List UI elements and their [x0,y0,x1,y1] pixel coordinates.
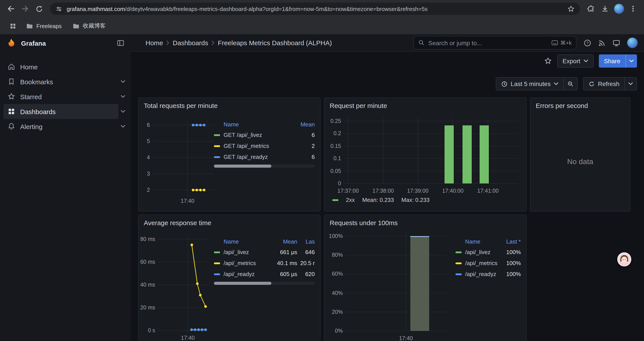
news-rss-icon[interactable] [598,39,606,47]
refresh-interval-button[interactable] [624,77,637,90]
y-axis: 80 ms60 ms40 ms20 ms0 s [142,236,158,333]
series-name[interactable]: GET /api/_readyz [224,154,297,160]
collapse-sidebar-icon[interactable] [116,39,124,47]
chevron-down-icon[interactable] [118,80,127,83]
y-axis-label: 5 [147,138,150,144]
apps-grid-icon[interactable] [6,19,19,33]
monitor-icon[interactable] [612,39,620,47]
legend-header-last[interactable]: Las [297,238,315,245]
legend-scrollbar[interactable] [214,165,315,168]
share-button[interactable]: Share [599,55,626,68]
chevron-down-icon[interactable] [118,125,127,128]
user-avatar[interactable] [627,37,638,48]
panel-title[interactable]: Request per minute [324,98,526,113]
series-name[interactable]: GET /api/_metrics [224,143,297,149]
scrollbar-thumb[interactable] [214,165,271,168]
search-box[interactable]: ⌘+k [414,36,576,50]
legend-row[interactable]: GET /api/_metrics 2 [214,140,315,151]
sidebar-item-bookmarks[interactable]: Bookmarks [4,74,127,89]
legend-row[interactable]: GET /api/_readyz 6 [214,151,315,162]
sidebar-item-dashboards[interactable]: Dashboards [4,104,127,119]
legend-header-mean[interactable]: Mean [297,121,315,128]
url-path: /d/deytv4rwavabkb/freeleaps-metrics-dash… [125,6,428,12]
series-color-chip [214,262,220,264]
search-input[interactable] [428,39,548,46]
series-color-chip [214,251,220,253]
profile-avatar[interactable] [612,2,626,15]
legend-header-name[interactable]: Name [456,238,501,245]
average-response-chart[interactable] [158,236,208,333]
breadcrumb-current[interactable]: Freeleaps Metrics Dashboard (ALPHA) [218,39,332,47]
panel-title[interactable]: Average response time [138,215,320,230]
legend-row[interactable]: /api/_livez 661 µs 646 [214,247,315,258]
series-mean: 661 µs [270,249,297,255]
reload-icon[interactable] [32,2,46,15]
y-axis-label: 80% [332,252,343,258]
sidebar-item-home[interactable]: Home [4,59,127,74]
download-icon[interactable] [598,2,612,15]
series-name[interactable]: /api/_metrics [465,260,501,266]
legend-row[interactable]: GET /api/_livez 6 [214,129,315,140]
bookmark-folder-freeleaps[interactable]: Freeleaps [22,20,66,32]
legend-row[interactable]: /api/_metrics 40.1 ms 20.5 r [214,258,315,269]
bookmark-star-icon[interactable] [567,5,575,13]
sidebar-item-starred[interactable]: Starred [4,89,127,104]
browser-menu-icon[interactable] [626,2,640,15]
x-axis-label: 17:38:00 [369,188,397,194]
under-100ms-chart[interactable] [346,233,447,333]
extensions-icon[interactable] [584,2,598,15]
breadcrumb-home[interactable]: Home [146,39,163,47]
legend-header-last[interactable]: Last * [501,238,521,245]
forward-icon[interactable] [18,2,32,15]
sidebar-item-alerting[interactable]: Alerting [4,119,127,134]
grafana-logo[interactable] [6,38,17,48]
series-name[interactable]: /api/_readyz [224,271,270,277]
legend-row[interactable]: /api/_readyz 100% [456,269,521,279]
scrollbar-thumb[interactable] [214,282,271,285]
legend-row[interactable]: /api/_livez 100% [456,247,521,258]
legend-header-name[interactable]: Name [214,238,270,245]
series-name[interactable]: /api/_readyz [465,271,501,277]
breadcrumb-dashboards[interactable]: Dashboards [173,39,208,47]
panel-title[interactable]: Total requests per minute [138,98,320,113]
help-icon[interactable]: ? [584,39,592,47]
favorite-star-icon[interactable] [544,57,552,65]
series-name[interactable]: /api/_livez [465,249,501,255]
legend-row[interactable]: /api/_readyz 605 µs 620 [214,269,315,279]
site-info-icon[interactable] [55,5,63,13]
request-per-minute-chart[interactable] [344,118,518,186]
panel-title[interactable]: Errors per second [530,98,630,113]
refresh-icon [588,81,595,87]
home-icon [8,63,15,71]
export-button[interactable]: Export [557,55,593,68]
legend[interactable]: 2xx Mean: 0.233 Max: 0.233 [332,197,521,203]
total-requests-chart[interactable] [152,121,214,196]
series-name[interactable]: GET /api/_livez [224,132,297,138]
panel-requests-under-100ms: Requests under 100ms 100%80%60%40%20%0% … [324,215,526,341]
bookmark-folder-blogs[interactable]: 收藏博客 [68,20,110,32]
share-menu-button[interactable] [626,55,637,68]
time-range-picker[interactable]: Last 5 minutes [496,77,563,90]
y-axis: 100%80%60%40%20%0% [328,233,346,333]
series-name[interactable]: 2xx [346,197,355,203]
chevron-down-icon[interactable] [118,110,127,113]
legend-table: NameLast * /api/_livez 100% [456,236,521,341]
series-name[interactable]: /api/_livez [224,249,270,255]
legend-header-name[interactable]: Name [214,121,297,128]
url-bar[interactable]: grafana.mathmast.com/d/deytv4rwavabkb/fr… [50,3,580,15]
series-name[interactable]: /api/_metrics [224,260,270,266]
legend-row[interactable]: /api/_metrics 100% [456,258,521,269]
refresh-button[interactable]: Refresh [583,77,624,90]
y-axis-label: 40% [332,290,343,296]
back-icon[interactable] [4,2,18,15]
assistant-avatar[interactable] [617,252,631,266]
y-axis-label: 6 [147,122,150,128]
url-text[interactable]: grafana.mathmast.com/d/deytv4rwavabkb/fr… [67,6,563,12]
legend-scrollbar[interactable] [214,282,315,285]
legend-header-mean[interactable]: Mean [270,238,297,245]
panel-title[interactable]: Requests under 100ms [324,215,526,230]
sidebar-item-label: Dashboards [20,108,56,115]
chevron-down-icon[interactable] [118,95,127,98]
series-color-chip [456,273,462,275]
zoom-out-button[interactable] [563,77,578,90]
